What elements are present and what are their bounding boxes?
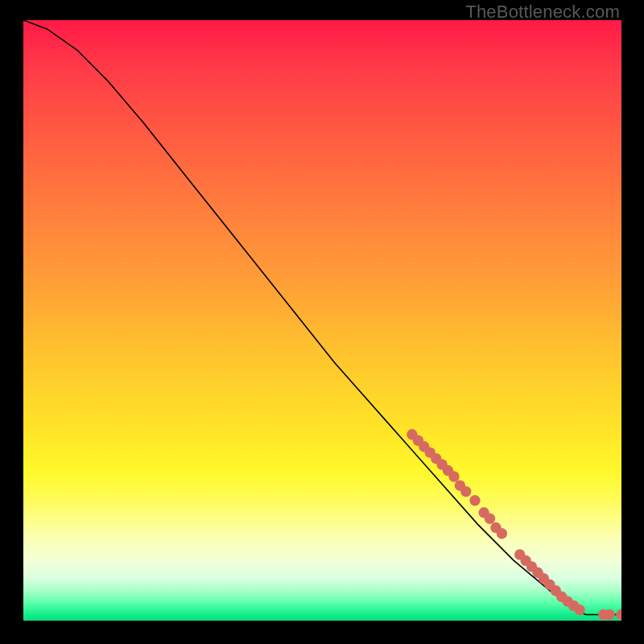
bottleneck-curve-line <box>23 20 621 615</box>
highlight-marker <box>497 528 507 539</box>
highlight-marker <box>460 486 471 497</box>
highlight-marker <box>485 514 495 524</box>
highlight-marker-group <box>407 429 621 620</box>
highlight-marker <box>616 609 621 620</box>
chart-svg <box>23 20 621 621</box>
highlight-marker <box>574 605 584 615</box>
highlight-marker <box>448 471 459 481</box>
highlight-marker <box>604 609 614 620</box>
highlight-marker <box>469 495 480 506</box>
chart-frame <box>23 20 621 621</box>
